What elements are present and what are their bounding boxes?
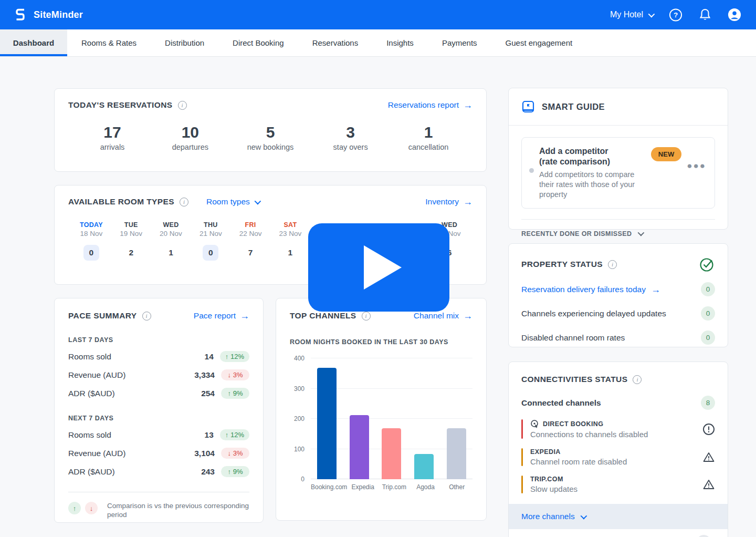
stat-label: departures	[169, 143, 211, 151]
hotel-selector[interactable]: My Hotel	[610, 10, 653, 19]
pace-row-label: ADR ($AUD)	[68, 389, 115, 398]
stat-value: 17	[91, 123, 133, 141]
bar-other	[447, 428, 466, 479]
count-badge: 0	[701, 306, 715, 321]
tab-guest-engagement[interactable]: Guest engagement	[491, 29, 587, 56]
tab-distribution[interactable]: Distribution	[151, 29, 218, 56]
day-column[interactable]: SAT 23 Nov 1	[270, 221, 310, 261]
info-icon[interactable]: i	[362, 312, 371, 321]
room-types-dropdown-label: Room types	[206, 197, 250, 206]
day-value: 0	[83, 245, 99, 261]
help-icon[interactable]: ?	[669, 8, 682, 22]
top-channels-card: TOP CHANNELS i Channel mix → ROOM NIGHTS…	[276, 298, 487, 521]
comparison-footnote: Comparison is vs the previous correspond…	[107, 502, 249, 520]
bullet-dot-icon	[529, 168, 534, 173]
delta-badge-down: ↓ 3%	[221, 369, 249, 380]
delivery-failures-link[interactable]: Reservation delivery failures today →	[521, 285, 660, 294]
stat-arrivals: 17 arrivals	[91, 123, 133, 151]
day-date: 20 Nov	[151, 230, 191, 237]
guide-item-add-competitor[interactable]: Add a competitor (rate comparison) Add c…	[521, 137, 715, 209]
day-date: 19 Nov	[111, 230, 151, 237]
day-date: 23 Nov	[270, 230, 310, 237]
channel-row-direct-booking[interactable]: DIRECT BOOKING Connections to channels d…	[521, 419, 715, 439]
brand-name: SiteMinder	[34, 9, 83, 20]
pace-row: ADR ($AUD) 243 ↑ 9%	[68, 466, 249, 477]
delta-value: 12%	[230, 431, 244, 439]
arrow-right-icon: →	[651, 285, 660, 294]
stat-label: cancellation	[407, 143, 449, 151]
reservations-report-link[interactable]: Reservations report →	[388, 100, 472, 110]
bar-label: Trip.com	[379, 483, 410, 491]
day-column[interactable]: WED 20 Nov 1	[151, 221, 191, 261]
channel-status: Connections to channels disabled	[530, 430, 648, 439]
bar-expedia	[350, 415, 369, 479]
tab-insights[interactable]: Insights	[372, 29, 428, 56]
pace-row-value: 3,334	[181, 370, 215, 380]
bar-agoda	[414, 454, 434, 479]
partial-count-badge	[697, 535, 711, 537]
day-column[interactable]: TUE 19 Nov 2	[111, 221, 151, 261]
channel-row-expedia[interactable]: EXPEDIA Channel room rate disabled	[521, 448, 715, 466]
info-icon[interactable]: i	[178, 101, 187, 110]
play-icon	[364, 245, 402, 290]
chart-title: ROOM NIGHTS BOOKED IN THE LAST 30 DAYS	[290, 338, 472, 346]
recently-done-toggle[interactable]: RECENTLY DONE OR DISMISSED	[521, 219, 715, 237]
todays-reservations-card: TODAY'S RESERVATIONS i Reservations repo…	[54, 88, 487, 172]
tab-rooms-rates[interactable]: Rooms & Rates	[67, 29, 151, 56]
stat-cancellation: 1 cancellation	[407, 123, 449, 151]
day-value: 1	[169, 248, 173, 257]
user-avatar-icon[interactable]	[728, 8, 741, 22]
room-types-dropdown[interactable]: Room types	[206, 197, 259, 206]
warning-triangle-icon	[702, 451, 715, 463]
next-7-days-heading: NEXT 7 DAYS	[68, 415, 249, 422]
delta-value: 12%	[230, 353, 244, 360]
stat-value: 5	[247, 123, 294, 141]
severity-strip-warning	[521, 448, 523, 466]
day-column[interactable]: THU 21 Nov 0	[191, 221, 230, 261]
property-status-row: Disabled channel room rates 0	[521, 331, 715, 345]
tab-reservations[interactable]: Reservations	[298, 29, 373, 56]
day-column[interactable]: TODAY 18 Nov 0	[71, 221, 111, 261]
channel-status: Slow updates	[530, 484, 578, 493]
new-badge: NEW	[651, 147, 681, 161]
chevron-down-icon	[648, 11, 655, 17]
notifications-bell-icon[interactable]	[698, 8, 712, 22]
arrow-right-icon: →	[463, 311, 472, 321]
chart-y-axis: 0100200300400	[290, 358, 304, 479]
day-column[interactable]: FRI 22 Nov 7	[230, 221, 270, 261]
delta-badge-down: ↓ 3%	[221, 448, 249, 459]
pace-summary-card: PACE SUMMARY i Pace report → LAST 7 DAYS…	[54, 298, 264, 523]
more-channels-label: More channels	[521, 512, 575, 521]
pace-row: Rooms sold 14 ↑ 12%	[68, 351, 249, 362]
inventory-link[interactable]: Inventory →	[425, 197, 472, 206]
stat-value: 3	[330, 123, 372, 141]
stat-label: new bookings	[247, 143, 294, 151]
inventory-link-label: Inventory	[425, 197, 459, 206]
day-name: TODAY	[71, 221, 111, 229]
bar-label: Other	[441, 483, 472, 491]
channel-row-tripcom[interactable]: TRIP.COM Slow updates	[521, 476, 715, 493]
tab-direct-booking[interactable]: Direct Booking	[218, 29, 298, 56]
pace-report-label: Pace report	[194, 311, 236, 321]
info-icon[interactable]: i	[142, 312, 151, 321]
property-status-row: Reservation delivery failures today → 0	[521, 282, 715, 296]
info-icon[interactable]: i	[608, 260, 617, 269]
more-options-icon[interactable]: ●●●	[687, 161, 706, 171]
tab-payments[interactable]: Payments	[428, 29, 491, 56]
channel-mix-link[interactable]: Channel mix →	[414, 311, 472, 321]
tab-dashboard[interactable]: Dashboard	[0, 29, 67, 56]
smart-guide-card: SMART GUIDE Add a competitor (rate compa…	[508, 88, 728, 230]
info-icon[interactable]: i	[633, 375, 642, 384]
pace-row-value: 14	[180, 352, 214, 362]
chevron-down-icon	[638, 230, 645, 236]
todays-reservations-title: TODAY'S RESERVATIONS	[68, 100, 173, 110]
more-channels-toggle[interactable]: More channels	[509, 504, 728, 529]
delta-value: 9%	[233, 389, 243, 397]
day-name: SAT	[270, 221, 310, 229]
pace-row: ADR ($AUD) 254 ↑ 9%	[68, 388, 249, 399]
pace-report-link[interactable]: Pace report →	[194, 311, 249, 321]
bar-booking-com	[317, 368, 337, 479]
disabled-rates-label: Disabled channel room rates	[521, 333, 625, 343]
video-play-button[interactable]	[308, 223, 449, 312]
info-icon[interactable]: i	[180, 198, 188, 206]
